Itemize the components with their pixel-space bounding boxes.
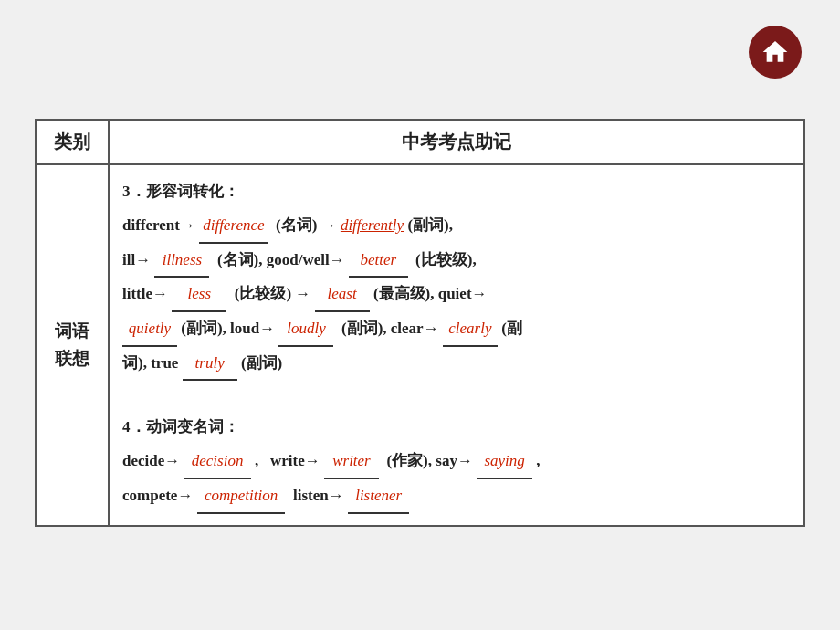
home-button[interactable] [749, 26, 802, 79]
section3-title: 3．形容词转化： [122, 176, 789, 207]
word-differently: differently [341, 216, 404, 234]
blank-listener: listener [348, 479, 410, 514]
category-header: 类别 [36, 120, 109, 164]
section3-line5: 词), true truly (副词) [122, 347, 789, 382]
blank-saying: saying [477, 445, 532, 479]
content-cell: 3．形容词转化： different→ difference (名词) → di… [109, 164, 804, 526]
main-table-wrapper: 类别 中考考点助记 词语联想 3．形容词转化： differen [35, 119, 805, 527]
section3-line3: little→ less (比较级) → least (最高级), quiet→ [122, 278, 789, 312]
blank-truly: truly [183, 347, 237, 382]
section4-line2: compete→ competition listen→ listener [122, 479, 789, 514]
vocabulary-table: 类别 中考考点助记 词语联想 3．形容词转化： differen [35, 119, 805, 527]
section3-line2: ill→ illness (名词), good/well→ better (比较… [122, 244, 789, 278]
blank-clearly: clearly [443, 312, 498, 347]
blank-loudly: loudly [278, 312, 333, 347]
blank-least: least [315, 278, 370, 312]
section3-line4: quietly (副词), loud→ loudly (副词), clear→ … [122, 312, 789, 347]
blank-less: less [172, 278, 226, 312]
section4-title: 4．动词变名词： [122, 412, 789, 443]
category-cell: 词语联想 [36, 164, 109, 526]
table-row: 词语联想 3．形容词转化： different→ difference (名词)… [36, 164, 804, 526]
home-icon [761, 37, 790, 67]
blank-writer: writer [324, 445, 379, 479]
blank-decision: decision [184, 445, 251, 479]
section4-line1: decide→ decision , write→ writer (作家), s… [122, 445, 789, 479]
section3-line1: different→ difference (名词) → differently… [122, 209, 789, 244]
content-header: 中考考点助记 [109, 120, 804, 164]
blank-difference: difference [199, 209, 268, 244]
blank-illness: illness [154, 244, 209, 278]
blank-competition: competition [197, 479, 286, 514]
table-header-row: 类别 中考考点助记 [36, 120, 804, 164]
blank-better: better [349, 244, 408, 278]
blank-quietly: quietly [122, 312, 177, 347]
